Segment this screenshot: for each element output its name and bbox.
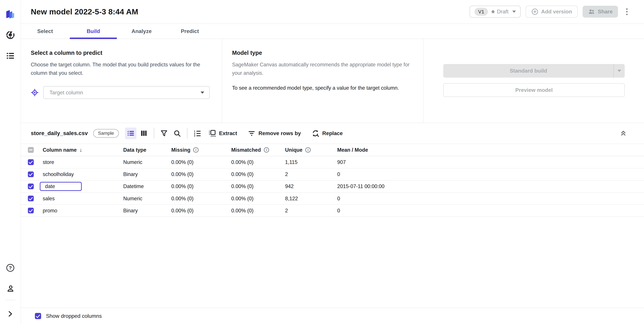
row-checkbox[interactable] — [28, 196, 34, 201]
cell-mismatched: 0.00% (0) — [231, 208, 285, 213]
sidebar-divider — [5, 300, 15, 300]
table-footer: Show dropped columns — [21, 308, 644, 324]
cell-mismatched: 0.00% (0) — [231, 196, 285, 201]
info-icon[interactable]: i — [305, 147, 311, 153]
canvas-logo-icon — [5, 8, 16, 19]
sidebar-item-models[interactable] — [5, 29, 16, 40]
table-row-date: Datetime 0.00% (0) 0.00% (0) 942 2015-07… — [21, 180, 644, 193]
add-version-button[interactable]: Add version — [526, 6, 578, 18]
status-label: Draft — [497, 8, 508, 15]
expand-sidebar-button[interactable] — [5, 309, 16, 319]
cell-data-type: Numeric — [123, 196, 171, 201]
cell-data-type: Binary — [123, 208, 171, 213]
toolbar-divider — [154, 128, 154, 139]
target-column-placeholder: Target column — [50, 90, 200, 96]
target-panel-description: Choose the target column. The model that… — [31, 60, 210, 77]
cell-column-name: store — [43, 159, 123, 165]
sidebar-item-datasets[interactable] — [5, 50, 16, 61]
help-button[interactable]: ? — [5, 263, 16, 273]
extract-button[interactable]: Extract — [208, 129, 237, 137]
replace-icon — [312, 129, 319, 137]
cell-missing: 0.00% (0) — [171, 159, 231, 165]
cell-mean-mode: 907 — [337, 159, 644, 165]
table-row-promo: promo Binary 0.00% (0) 0.00% (0) 2 0 — [21, 205, 644, 217]
cell-unique: 8,122 — [285, 196, 337, 201]
status-badge: Draft — [492, 8, 508, 15]
model-type-note: To see a recommended model type, specify… — [232, 85, 411, 91]
tab-build[interactable]: Build — [69, 24, 118, 39]
list-view-icon — [127, 129, 134, 137]
extract-label: Extract — [219, 130, 237, 137]
cell-column-name: promo — [43, 208, 123, 213]
collapse-panel-button[interactable] — [620, 130, 627, 137]
more-actions-button[interactable] — [624, 7, 629, 17]
dataset-filename: store_daily_sales.csv — [31, 130, 88, 137]
list-view-button[interactable] — [125, 128, 136, 139]
cell-mismatched: 0.00% (0) — [231, 171, 285, 177]
info-icon[interactable]: i — [264, 147, 269, 153]
target-column-dropdown[interactable]: Target column — [43, 86, 210, 99]
replace-button[interactable]: Replace — [312, 129, 343, 137]
column-view-button[interactable] — [138, 128, 150, 139]
dataset-section: store_daily_sales.csv Sample — [21, 123, 644, 324]
cell-column-name: schoolholiday — [43, 171, 123, 177]
dataset-toolbar: store_daily_sales.csv Sample — [21, 123, 644, 144]
row-checkbox[interactable] — [28, 183, 34, 189]
header-mean-mode: Mean / Mode — [337, 147, 368, 153]
account-button[interactable] — [5, 283, 16, 294]
cell-unique: 2 — [285, 208, 337, 213]
preview-model-button[interactable]: Preview model — [443, 83, 625, 97]
remove-rows-button[interactable]: Remove rows by — [248, 129, 301, 137]
model-type-heading: Model type — [232, 50, 411, 56]
select-all-checkbox[interactable] — [28, 147, 34, 153]
cell-missing: 0.00% (0) — [171, 171, 231, 177]
svg-text:3: 3 — [194, 135, 195, 137]
add-version-label: Add version — [541, 8, 572, 15]
tab-analyze[interactable]: Analyze — [118, 24, 166, 39]
account-icon — [6, 285, 14, 293]
share-button[interactable]: Share — [582, 6, 618, 18]
sort-order-button[interactable]: 1 2 3 — [192, 128, 203, 139]
column-view-icon — [140, 130, 148, 137]
filter-icon — [160, 129, 168, 137]
sort-descending-icon[interactable]: ↓ — [80, 147, 82, 153]
build-config-section: Select a column to predict Choose the ta… — [21, 39, 644, 123]
header-unique: Unique — [285, 147, 302, 153]
show-dropped-columns-label[interactable]: Show dropped columns — [46, 313, 102, 319]
extract-icon — [208, 129, 216, 137]
info-icon[interactable]: i — [193, 147, 198, 153]
show-dropped-columns-checkbox[interactable] — [35, 313, 41, 319]
remove-rows-label: Remove rows by — [258, 130, 301, 137]
share-label: Share — [598, 8, 612, 15]
table-header-row: Column name ↓ Data type Missing i Mismat… — [21, 144, 644, 157]
build-type-dropdown-button[interactable] — [614, 64, 625, 78]
canvas-logo[interactable] — [5, 8, 16, 19]
tab-predict[interactable]: Predict — [166, 24, 214, 39]
page-title: New model 2022-5-3 8:44 AM — [31, 7, 138, 16]
people-icon — [588, 8, 595, 15]
filter-button[interactable] — [158, 128, 170, 139]
cell-unique: 1,115 — [285, 159, 337, 165]
cell-mismatched: 0.00% (0) — [231, 159, 285, 165]
tab-select[interactable]: Select — [21, 24, 69, 39]
row-checkbox[interactable] — [28, 208, 34, 213]
remove-rows-icon — [248, 129, 256, 137]
cell-data-type: Binary — [123, 171, 171, 177]
main-area: New model 2022-5-3 8:44 AM V1 Draft Add … — [21, 0, 644, 324]
standard-build-button[interactable]: Standard build — [443, 64, 614, 78]
numbered-list-icon: 1 2 3 — [193, 129, 201, 137]
chevron-right-icon — [7, 311, 14, 317]
row-checkbox[interactable] — [28, 171, 34, 177]
version-selector[interactable]: V1 Draft — [470, 6, 521, 18]
row-checkbox[interactable] — [28, 159, 34, 165]
column-name-edit-input[interactable] — [40, 182, 82, 191]
header-mismatched: Mismatched — [231, 147, 261, 153]
chevron-down-icon — [512, 10, 516, 13]
target-panel-heading: Select a column to predict — [31, 50, 210, 56]
app-window: ? New model 2022-5-3 8:44 AM V1 Draf — [0, 0, 644, 324]
page-header: New model 2022-5-3 8:44 AM V1 Draft Add … — [21, 0, 644, 24]
version-badge: V1 — [474, 8, 488, 16]
cell-mean-mode: 0 — [337, 171, 644, 177]
cell-column-name: sales — [43, 196, 123, 201]
search-button[interactable] — [171, 128, 183, 139]
